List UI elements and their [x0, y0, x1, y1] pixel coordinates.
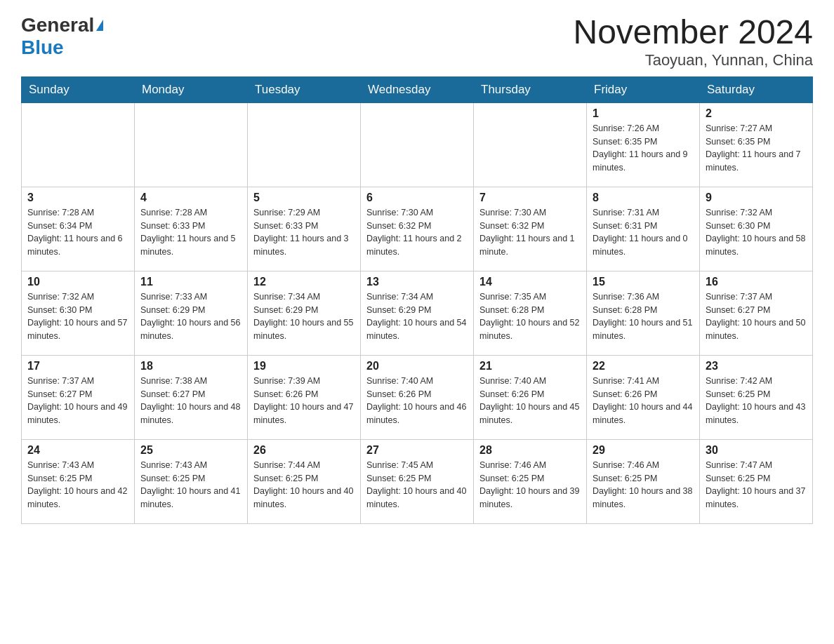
day-info: Sunrise: 7:32 AMSunset: 6:30 PMDaylight:… — [27, 290, 128, 343]
day-number: 20 — [366, 360, 468, 373]
day-info: Sunrise: 7:35 AMSunset: 6:28 PMDaylight:… — [479, 290, 581, 343]
calendar-cell: 7Sunrise: 7:30 AMSunset: 6:32 PMDaylight… — [474, 187, 587, 271]
calendar-cell: 22Sunrise: 7:41 AMSunset: 6:26 PMDayligh… — [587, 355, 700, 439]
logo-general-text: General — [21, 14, 94, 36]
day-number: 15 — [593, 276, 694, 288]
day-info: Sunrise: 7:43 AMSunset: 6:25 PMDaylight:… — [27, 459, 128, 511]
calendar-cell: 17Sunrise: 7:37 AMSunset: 6:27 PMDayligh… — [22, 355, 135, 439]
day-number: 25 — [140, 444, 241, 457]
week-row: 24Sunrise: 7:43 AMSunset: 6:25 PMDayligh… — [22, 439, 813, 523]
day-info: Sunrise: 7:29 AMSunset: 6:33 PMDaylight:… — [253, 206, 355, 259]
day-info: Sunrise: 7:45 AMSunset: 6:25 PMDaylight:… — [366, 459, 468, 511]
calendar-cell — [474, 102, 587, 187]
day-info: Sunrise: 7:40 AMSunset: 6:26 PMDaylight:… — [366, 375, 468, 427]
day-info: Sunrise: 7:28 AMSunset: 6:34 PMDaylight:… — [27, 206, 128, 259]
calendar-cell: 18Sunrise: 7:38 AMSunset: 6:27 PMDayligh… — [135, 355, 248, 439]
day-number: 9 — [706, 192, 807, 204]
calendar-cell: 4Sunrise: 7:28 AMSunset: 6:33 PMDaylight… — [135, 187, 248, 271]
day-number: 8 — [593, 192, 694, 204]
day-number: 6 — [366, 192, 468, 204]
day-info: Sunrise: 7:37 AMSunset: 6:27 PMDaylight:… — [27, 375, 128, 427]
day-number: 16 — [706, 276, 807, 288]
day-info: Sunrise: 7:34 AMSunset: 6:29 PMDaylight:… — [366, 290, 468, 343]
day-info: Sunrise: 7:44 AMSunset: 6:25 PMDaylight:… — [253, 459, 355, 511]
calendar-cell: 3Sunrise: 7:28 AMSunset: 6:34 PMDaylight… — [22, 187, 135, 271]
day-number: 10 — [27, 276, 128, 288]
calendar-cell: 21Sunrise: 7:40 AMSunset: 6:26 PMDayligh… — [474, 355, 587, 439]
calendar-cell: 16Sunrise: 7:37 AMSunset: 6:27 PMDayligh… — [700, 271, 813, 355]
page-subtitle: Taoyuan, Yunnan, China — [573, 51, 813, 69]
calendar-cell: 20Sunrise: 7:40 AMSunset: 6:26 PMDayligh… — [361, 355, 474, 439]
calendar-cell: 30Sunrise: 7:47 AMSunset: 6:25 PMDayligh… — [700, 439, 813, 523]
day-info: Sunrise: 7:30 AMSunset: 6:32 PMDaylight:… — [479, 206, 581, 259]
calendar-cell: 29Sunrise: 7:46 AMSunset: 6:25 PMDayligh… — [587, 439, 700, 523]
day-info: Sunrise: 7:34 AMSunset: 6:29 PMDaylight:… — [253, 290, 355, 343]
day-info: Sunrise: 7:26 AMSunset: 6:35 PMDaylight:… — [593, 122, 694, 175]
day-info: Sunrise: 7:37 AMSunset: 6:27 PMDaylight:… — [706, 290, 807, 343]
calendar-weekday-header: Saturday — [700, 76, 813, 102]
calendar-cell: 11Sunrise: 7:33 AMSunset: 6:29 PMDayligh… — [135, 271, 248, 355]
page-title: November 2024 — [573, 14, 813, 51]
calendar-cell: 28Sunrise: 7:46 AMSunset: 6:25 PMDayligh… — [474, 439, 587, 523]
calendar-weekday-header: Friday — [587, 76, 700, 102]
day-number: 17 — [27, 360, 128, 373]
week-row: 3Sunrise: 7:28 AMSunset: 6:34 PMDaylight… — [22, 187, 813, 271]
calendar-cell: 8Sunrise: 7:31 AMSunset: 6:31 PMDaylight… — [587, 187, 700, 271]
logo-blue-text: Blue — [21, 36, 64, 59]
calendar-weekday-header: Wednesday — [361, 76, 474, 102]
day-number: 19 — [253, 360, 355, 373]
week-row: 17Sunrise: 7:37 AMSunset: 6:27 PMDayligh… — [22, 355, 813, 439]
day-number: 28 — [479, 444, 581, 457]
day-info: Sunrise: 7:43 AMSunset: 6:25 PMDaylight:… — [140, 459, 241, 511]
day-number: 14 — [479, 276, 581, 288]
calendar-cell: 5Sunrise: 7:29 AMSunset: 6:33 PMDaylight… — [248, 187, 361, 271]
calendar-cell — [248, 102, 361, 187]
calendar-header-row: SundayMondayTuesdayWednesdayThursdayFrid… — [22, 76, 813, 102]
calendar-cell: 6Sunrise: 7:30 AMSunset: 6:32 PMDaylight… — [361, 187, 474, 271]
week-row: 1Sunrise: 7:26 AMSunset: 6:35 PMDaylight… — [22, 102, 813, 187]
calendar-cell: 27Sunrise: 7:45 AMSunset: 6:25 PMDayligh… — [361, 439, 474, 523]
day-number: 24 — [27, 444, 128, 457]
calendar-weekday-header: Thursday — [474, 76, 587, 102]
day-info: Sunrise: 7:39 AMSunset: 6:26 PMDaylight:… — [253, 375, 355, 427]
calendar-cell: 25Sunrise: 7:43 AMSunset: 6:25 PMDayligh… — [135, 439, 248, 523]
day-info: Sunrise: 7:38 AMSunset: 6:27 PMDaylight:… — [140, 375, 241, 427]
day-number: 22 — [593, 360, 694, 373]
day-info: Sunrise: 7:33 AMSunset: 6:29 PMDaylight:… — [140, 290, 241, 343]
day-number: 27 — [366, 444, 468, 457]
calendar-cell — [22, 102, 135, 187]
calendar-weekday-header: Sunday — [22, 76, 135, 102]
calendar-table: SundayMondayTuesdayWednesdayThursdayFrid… — [21, 76, 813, 524]
calendar-cell: 9Sunrise: 7:32 AMSunset: 6:30 PMDaylight… — [700, 187, 813, 271]
day-info: Sunrise: 7:41 AMSunset: 6:26 PMDaylight:… — [593, 375, 694, 427]
day-number: 11 — [140, 276, 241, 288]
day-number: 7 — [479, 192, 581, 204]
day-number: 5 — [253, 192, 355, 204]
calendar-cell: 26Sunrise: 7:44 AMSunset: 6:25 PMDayligh… — [248, 439, 361, 523]
day-info: Sunrise: 7:46 AMSunset: 6:25 PMDaylight:… — [479, 459, 581, 511]
day-number: 1 — [593, 107, 694, 120]
calendar-cell: 24Sunrise: 7:43 AMSunset: 6:25 PMDayligh… — [22, 439, 135, 523]
calendar-cell: 23Sunrise: 7:42 AMSunset: 6:25 PMDayligh… — [700, 355, 813, 439]
day-number: 2 — [706, 107, 807, 120]
day-number: 21 — [479, 360, 581, 373]
day-info: Sunrise: 7:36 AMSunset: 6:28 PMDaylight:… — [593, 290, 694, 343]
calendar-cell: 2Sunrise: 7:27 AMSunset: 6:35 PMDaylight… — [700, 102, 813, 187]
day-info: Sunrise: 7:28 AMSunset: 6:33 PMDaylight:… — [140, 206, 241, 259]
day-info: Sunrise: 7:30 AMSunset: 6:32 PMDaylight:… — [366, 206, 468, 259]
day-info: Sunrise: 7:47 AMSunset: 6:25 PMDaylight:… — [706, 459, 807, 511]
day-info: Sunrise: 7:31 AMSunset: 6:31 PMDaylight:… — [593, 206, 694, 259]
calendar-cell: 10Sunrise: 7:32 AMSunset: 6:30 PMDayligh… — [22, 271, 135, 355]
day-number: 4 — [140, 192, 241, 204]
calendar-cell: 12Sunrise: 7:34 AMSunset: 6:29 PMDayligh… — [248, 271, 361, 355]
day-number: 13 — [366, 276, 468, 288]
calendar-cell: 1Sunrise: 7:26 AMSunset: 6:35 PMDaylight… — [587, 102, 700, 187]
week-row: 10Sunrise: 7:32 AMSunset: 6:30 PMDayligh… — [22, 271, 813, 355]
calendar-cell: 14Sunrise: 7:35 AMSunset: 6:28 PMDayligh… — [474, 271, 587, 355]
day-number: 3 — [27, 192, 128, 204]
calendar-weekday-header: Tuesday — [248, 76, 361, 102]
calendar-cell — [135, 102, 248, 187]
day-number: 12 — [253, 276, 355, 288]
calendar-cell: 13Sunrise: 7:34 AMSunset: 6:29 PMDayligh… — [361, 271, 474, 355]
day-info: Sunrise: 7:46 AMSunset: 6:25 PMDaylight:… — [593, 459, 694, 511]
